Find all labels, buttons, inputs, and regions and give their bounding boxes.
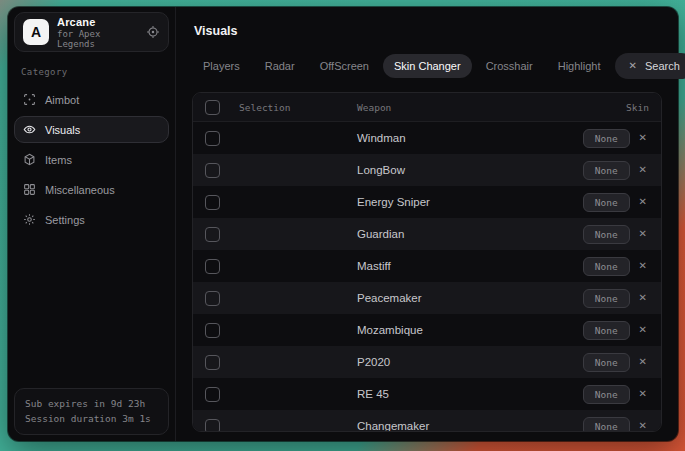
clear-skin-icon[interactable]: ✕ [639, 197, 649, 207]
skin-select[interactable]: None [583, 321, 630, 340]
row-checkbox[interactable] [205, 355, 220, 370]
header-weapon: Weapon [357, 102, 626, 113]
table-body: Windman None ✕ LongBow None ✕ [193, 122, 661, 432]
tab-bar: Players Radar OffScreen Skin Changer Cro… [192, 53, 662, 79]
skin-cell: None ✕ [583, 353, 649, 372]
skin-select[interactable]: None [583, 193, 630, 212]
skin-cell: None ✕ [583, 417, 649, 433]
row-checkbox[interactable] [205, 227, 220, 242]
skin-select[interactable]: None [583, 417, 630, 433]
search-button-label: Search [645, 60, 680, 72]
skin-cell: None ✕ [583, 161, 649, 180]
app-header-card: A Arcane for Apex Legends [14, 12, 169, 52]
sidebar: A Arcane for Apex Legends Category [8, 7, 176, 441]
subscription-info-card: Sub expires in 9d 23h Session duration 3… [14, 388, 169, 435]
sidebar-item-visuals[interactable]: Visuals [14, 116, 169, 143]
weapon-name: Mastiff [357, 260, 583, 272]
table-row: Changemaker None ✕ [193, 410, 661, 432]
sidebar-item-aimbot[interactable]: Aimbot [14, 86, 169, 113]
row-checkbox[interactable] [205, 163, 220, 178]
row-checkbox[interactable] [205, 259, 220, 274]
header-selection: Selection [239, 102, 357, 113]
weapon-name: LongBow [357, 164, 583, 176]
weapon-name: P2020 [357, 356, 583, 368]
weapon-name: Mozambique [357, 324, 583, 336]
app-subtitle: for Apex Legends [57, 29, 138, 49]
tab-crosshair[interactable]: Crosshair [475, 54, 544, 78]
sidebar-item-label: Aimbot [45, 94, 79, 106]
row-checkbox[interactable] [205, 131, 220, 146]
skin-select[interactable]: None [583, 353, 630, 372]
row-checkbox[interactable] [205, 387, 220, 402]
table-row: Windman None ✕ [193, 122, 661, 154]
gear-icon [23, 213, 36, 226]
crosshair-icon [23, 93, 36, 106]
app-window: A Arcane for Apex Legends Category [8, 7, 678, 441]
grid-icon [23, 183, 36, 196]
tab-skin-changer[interactable]: Skin Changer [383, 54, 472, 78]
clear-skin-icon[interactable]: ✕ [639, 165, 649, 175]
skin-cell: None ✕ [583, 321, 649, 340]
skin-select[interactable]: None [583, 385, 630, 404]
package-icon [23, 153, 36, 166]
header-skin: Skin [626, 102, 649, 113]
clear-skin-icon[interactable]: ✕ [639, 261, 649, 271]
tab-highlight[interactable]: Highlight [547, 54, 612, 78]
table-row: Mozambique None ✕ [193, 314, 661, 346]
sidebar-nav: Aimbot Visuals Items [14, 86, 169, 233]
skin-cell: None ✕ [583, 193, 649, 212]
app-logo: A [23, 19, 49, 45]
sub-expiry-text: Sub expires in 9d 23h [25, 396, 158, 412]
sidebar-item-settings[interactable]: Settings [14, 206, 169, 233]
sidebar-item-miscellaneous[interactable]: Miscellaneous [14, 176, 169, 203]
clear-skin-icon[interactable]: ✕ [639, 325, 649, 335]
table-header: Selection Weapon Skin [193, 93, 661, 122]
clear-skin-icon[interactable]: ✕ [639, 229, 649, 239]
row-checkbox[interactable] [205, 195, 220, 210]
skin-select[interactable]: None [583, 289, 630, 308]
page-title: Visuals [194, 24, 660, 38]
table-row: LongBow None ✕ [193, 154, 661, 186]
skin-cell: None ✕ [583, 289, 649, 308]
weapon-name: Changemaker [357, 420, 583, 432]
weapon-name: Peacemaker [357, 292, 583, 304]
skin-select[interactable]: None [583, 225, 630, 244]
clear-skin-icon[interactable]: ✕ [639, 421, 649, 431]
clear-skin-icon[interactable]: ✕ [639, 133, 649, 143]
skin-select[interactable]: None [583, 257, 630, 276]
skin-cell: None ✕ [583, 225, 649, 244]
target-icon[interactable] [146, 25, 160, 39]
skin-select[interactable]: None [583, 129, 630, 148]
sidebar-item-label: Visuals [45, 124, 80, 136]
eye-icon [23, 123, 36, 136]
app-name: Arcane [57, 16, 138, 28]
row-checkbox[interactable] [205, 419, 220, 433]
row-checkbox[interactable] [205, 323, 220, 338]
select-all-checkbox[interactable] [205, 100, 220, 115]
row-checkbox[interactable] [205, 291, 220, 306]
session-duration-text: Session duration 3m 1s [25, 411, 158, 427]
clear-skin-icon[interactable]: ✕ [639, 389, 649, 399]
clear-skin-icon[interactable]: ✕ [639, 293, 649, 303]
sidebar-item-label: Items [45, 154, 72, 166]
skin-cell: None ✕ [583, 129, 649, 148]
tab-radar[interactable]: Radar [254, 54, 306, 78]
weapon-name: Guardian [357, 228, 583, 240]
weapon-name: RE 45 [357, 388, 583, 400]
sidebar-item-label: Settings [45, 214, 85, 226]
search-button[interactable]: ✕ Search [615, 53, 685, 79]
sidebar-item-items[interactable]: Items [14, 146, 169, 173]
sidebar-item-label: Miscellaneous [45, 184, 115, 196]
tab-players[interactable]: Players [192, 54, 251, 78]
skin-cell: None ✕ [583, 385, 649, 404]
main-panel: Visuals Players Radar OffScreen Skin Cha… [176, 7, 678, 441]
clear-skin-icon[interactable]: ✕ [639, 357, 649, 367]
table-row: Guardian None ✕ [193, 218, 661, 250]
skin-select[interactable]: None [583, 161, 630, 180]
tab-offscreen[interactable]: OffScreen [309, 54, 380, 78]
table-row: Mastiff None ✕ [193, 250, 661, 282]
app-title-block: Arcane for Apex Legends [57, 16, 138, 49]
table-row: RE 45 None ✕ [193, 378, 661, 410]
sidebar-spacer [14, 233, 169, 388]
weapon-name: Windman [357, 132, 583, 144]
